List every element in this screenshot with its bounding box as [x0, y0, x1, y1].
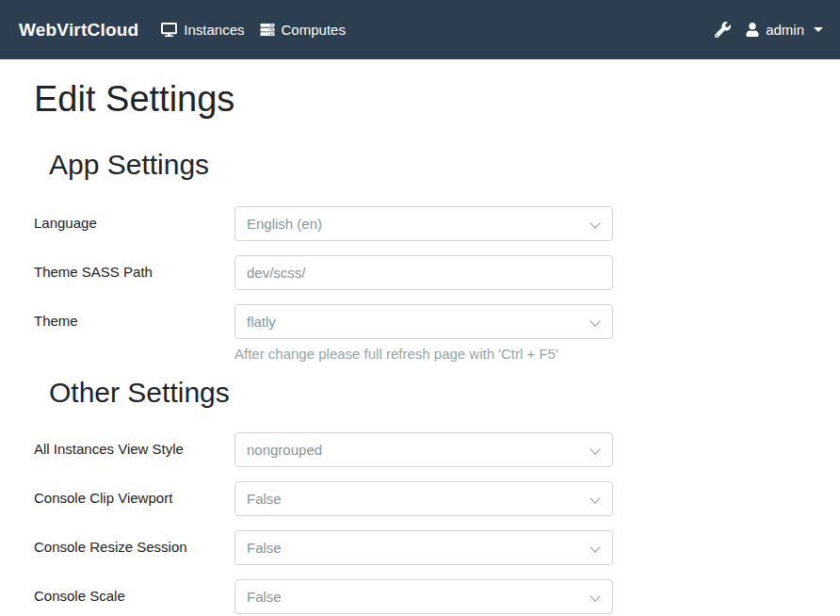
chevron-down-icon: flatly: [234, 304, 613, 339]
username: admin: [766, 22, 804, 38]
nav-item-instances[interactable]: Instances: [161, 22, 244, 38]
form-row-all-instances-view-style: All Instances View Style nongrouped: [34, 432, 806, 467]
theme-sass-path-label: Theme SASS Path: [34, 255, 234, 280]
console-scale-label: Console Scale: [34, 579, 234, 604]
all-instances-view-style-select[interactable]: nongrouped: [234, 432, 613, 467]
section-title-app-settings: App Settings: [49, 148, 806, 182]
console-resize-session-select[interactable]: False: [234, 530, 613, 565]
server-icon: [260, 23, 275, 37]
nav-item-label: Instances: [184, 22, 244, 38]
form-row-language: Language English (en): [34, 206, 806, 241]
form-row-theme: Theme flatly After change please full re…: [34, 304, 806, 362]
console-resize-session-label: Console Resize Session: [34, 530, 234, 555]
console-scale-select[interactable]: False: [234, 579, 613, 614]
top-navbar: WebVirtCloud Instances Computes admin: [0, 0, 840, 59]
console-clip-viewport-select[interactable]: False: [234, 481, 613, 516]
section-title-other-settings: Other Settings: [49, 376, 806, 410]
chevron-down-icon: False: [234, 579, 613, 614]
page-title: Edit Settings: [34, 78, 806, 122]
form-row-theme-sass-path: Theme SASS Path: [34, 255, 806, 290]
user-icon: [746, 23, 759, 37]
theme-select[interactable]: flatly: [234, 304, 613, 339]
theme-sass-path-input[interactable]: [234, 255, 613, 290]
theme-help-text: After change please full refresh page wi…: [234, 346, 613, 362]
chevron-down-icon: False: [234, 530, 613, 565]
nav-item-label: Computes: [282, 22, 346, 38]
all-instances-view-style-label: All Instances View Style: [34, 432, 234, 457]
user-menu[interactable]: admin: [746, 22, 823, 38]
chevron-down-icon: [814, 27, 823, 32]
form-row-console-scale: Console Scale False: [34, 579, 806, 614]
form-row-console-clip-viewport: Console Clip Viewport False: [34, 481, 806, 516]
console-clip-viewport-label: Console Clip Viewport: [34, 481, 234, 506]
chevron-down-icon: False: [234, 481, 613, 516]
form-row-console-resize-session: Console Resize Session False: [34, 530, 806, 565]
navbar-right: admin: [715, 22, 823, 38]
nav-item-computes[interactable]: Computes: [260, 22, 346, 38]
wrench-icon[interactable]: [715, 22, 731, 38]
theme-label: Theme: [34, 304, 234, 329]
language-label: Language: [34, 206, 234, 231]
language-select[interactable]: English (en): [234, 206, 613, 241]
main-nav: Instances Computes: [161, 22, 361, 38]
chevron-down-icon: nongrouped: [234, 432, 613, 467]
desktop-icon: [161, 23, 177, 37]
chevron-down-icon: English (en): [234, 206, 613, 241]
brand-webvirtcloud[interactable]: WebVirtCloud: [19, 20, 138, 41]
settings-page: Edit Settings App Settings Language Engl…: [0, 78, 840, 614]
